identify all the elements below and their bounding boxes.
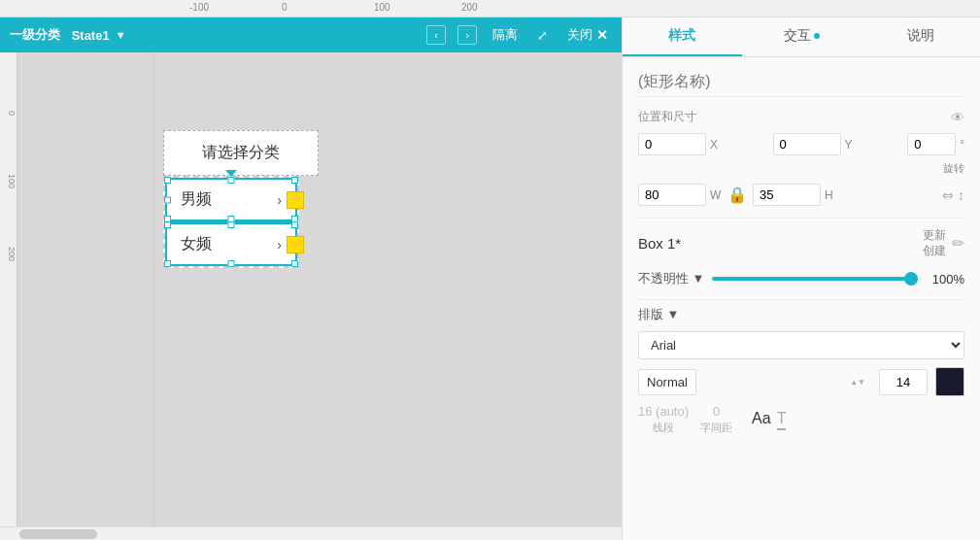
interact-dot	[814, 33, 820, 39]
dropdown-item-2[interactable]: 女频 › ⚡	[165, 222, 297, 266]
scrollbar-thumb[interactable]	[19, 529, 97, 539]
item2-arrow: ›	[277, 237, 282, 253]
ruler-mark-200: 200	[461, 2, 478, 13]
dropdown-list[interactable]: 男频 › ⚡	[163, 176, 299, 268]
y-label: Y	[845, 138, 857, 152]
letter-spacing-group: 0 字间距	[700, 404, 732, 435]
h-label: H	[825, 188, 836, 202]
tab-note[interactable]: 说明	[861, 17, 980, 56]
line-height-row: 16 (auto) 线段 0 字间距 Aa T	[638, 404, 964, 435]
handle-tm	[228, 177, 235, 184]
handle2-tm	[228, 221, 235, 228]
isolate-button[interactable]: 隔离	[489, 24, 522, 46]
y-input[interactable]	[773, 133, 841, 155]
rotation-label-row: 旋转	[638, 161, 964, 176]
opacity-value: 100%	[926, 272, 964, 287]
rotation-text-label: 旋转	[943, 161, 964, 176]
design-component[interactable]: 请选择分类	[163, 130, 319, 268]
item2-text: 女频	[181, 234, 212, 254]
horizontal-ruler: -100 0 100 200	[0, 0, 980, 17]
color-swatch[interactable]	[935, 367, 964, 396]
resize-vertical-icon[interactable]: ↕	[958, 187, 964, 203]
canvas-content[interactable]: 请选择分类	[17, 52, 622, 526]
font-style-select[interactable]: Normal	[638, 369, 696, 395]
y-input-group: Y	[773, 133, 902, 155]
state-label: 一级分类	[10, 26, 60, 44]
divider-2	[638, 299, 964, 300]
layout-label: 排版 ▼	[638, 306, 964, 323]
lightning-badge-1: ⚡	[287, 191, 304, 209]
state-name: State1	[72, 28, 110, 43]
ruler-mark-neg100: -100	[189, 2, 209, 13]
tab-style[interactable]: 样式	[623, 17, 742, 56]
handle2-bm	[228, 260, 235, 267]
text-case-icon[interactable]: T	[777, 410, 787, 430]
eye-icon[interactable]: 👁	[951, 110, 964, 125]
expand-icon[interactable]: ⤢	[533, 26, 552, 45]
degree-label: °	[960, 138, 964, 152]
ruler-mark-100: 100	[374, 2, 390, 13]
handle2-tl	[164, 221, 171, 228]
xy-row: X Y °	[638, 133, 964, 155]
x-label: X	[710, 138, 722, 152]
h-input[interactable]	[753, 184, 821, 206]
close-x-icon: ✕	[596, 27, 608, 43]
line-height-value: 16 (auto)	[638, 404, 689, 419]
close-button[interactable]: 关闭 ✕	[563, 24, 612, 46]
lightning-badge-2: ⚡	[287, 236, 304, 253]
canvas-topbar: 一级分类 State1 ▼ ‹ › 隔离 ⤢ 关闭 ✕	[0, 17, 622, 52]
resize-horizontal-icon[interactable]: ⇔	[942, 187, 954, 203]
font-style-wrapper: Normal	[638, 369, 871, 395]
x-input-group: X	[638, 133, 767, 155]
right-panel: 样式 交互 说明 位置和尺寸 👁 X Y	[622, 17, 980, 540]
dropdown-item-1[interactable]: 男频 › ⚡	[165, 178, 297, 221]
font-size-input[interactable]	[879, 369, 928, 395]
update-btn-group: 更新 创建 ✏	[923, 228, 964, 258]
shape-name-input[interactable]	[638, 67, 964, 97]
line-height-label: 线段	[653, 421, 674, 435]
text-size-icon[interactable]: Aa	[752, 410, 771, 430]
opacity-row: 不透明性 ▼ 100%	[638, 270, 964, 287]
w-input[interactable]	[638, 184, 706, 206]
box-name: Box 1*	[638, 235, 681, 252]
w-input-group: W	[638, 184, 722, 206]
letter-spacing-label: 字间距	[700, 421, 732, 435]
vertical-ruler: 0 100 200	[0, 52, 17, 526]
opacity-slider[interactable]	[712, 277, 918, 281]
state-title: 一级分类 State1 ▼	[10, 26, 126, 44]
letter-spacing-value: 0	[713, 404, 720, 419]
item1-arrow: ›	[277, 192, 282, 208]
box-name-row: Box 1* 更新 创建 ✏	[638, 224, 964, 258]
dropdown-trigger[interactable]: 请选择分类	[163, 130, 319, 176]
opacity-label: 不透明性 ▼	[638, 270, 704, 287]
rotation-input[interactable]	[907, 133, 956, 155]
resize-icons: ⇔ ↕	[942, 187, 964, 203]
font-family-row: Arial	[638, 331, 964, 359]
handle-ml	[164, 196, 171, 203]
item1-text: 男频	[181, 189, 212, 210]
panel-tabs: 样式 交互 说明	[623, 17, 980, 57]
topbar-right-controls: ‹ › 隔离 ⤢ 关闭 ✕	[426, 24, 612, 46]
lock-icon[interactable]: 🔒	[727, 186, 747, 204]
edit-icon[interactable]: ✏	[952, 234, 964, 253]
state-dropdown-icon[interactable]: ▼	[116, 29, 126, 41]
rotation-group: °	[907, 133, 964, 155]
handle2-tr	[291, 221, 298, 228]
x-input[interactable]	[638, 133, 706, 155]
canvas-workspace[interactable]: 0 100 200 请选择分类	[0, 52, 622, 526]
nav-right-arrow[interactable]: ›	[457, 25, 477, 45]
handle-tr	[291, 177, 298, 184]
canvas-area: 一级分类 State1 ▼ ‹ › 隔离 ⤢ 关闭 ✕ 0 100	[0, 17, 622, 540]
handle2-bl	[164, 260, 171, 267]
update-label: 更新 创建	[923, 228, 946, 258]
font-family-select[interactable]: Arial	[638, 331, 964, 359]
w-label: W	[710, 188, 722, 202]
bottom-scrollbar[interactable]	[0, 526, 622, 540]
handle2-br	[291, 260, 298, 267]
nav-left-arrow[interactable]: ‹	[426, 25, 446, 45]
handle-tl	[164, 177, 171, 184]
font-style-row: Normal	[638, 367, 964, 396]
h-input-group: H	[753, 184, 836, 206]
tab-interact[interactable]: 交互	[742, 17, 862, 56]
position-section-label: 位置和尺寸 👁	[638, 109, 964, 125]
